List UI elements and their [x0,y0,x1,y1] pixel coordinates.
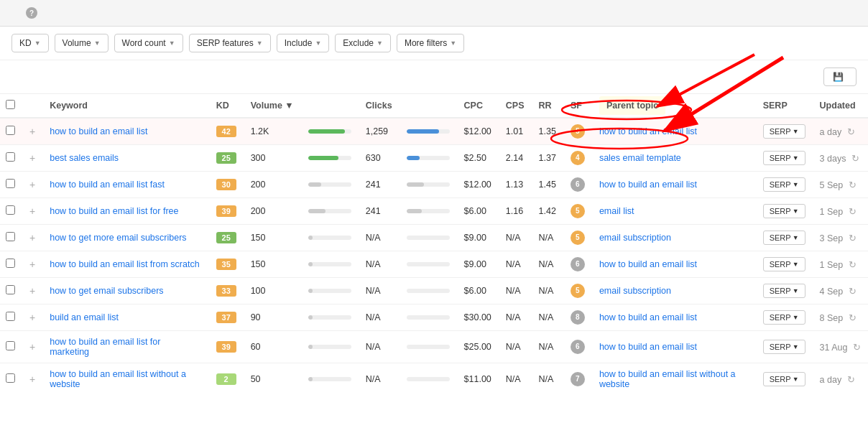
add-keyword-icon-3[interactable]: + [29,205,35,217]
refresh-icon-3[interactable]: ↻ [849,207,857,217]
filter-btn-volume[interactable]: Volume▼ [55,34,108,52]
parent-topic-link-7[interactable]: how to build an email list [599,312,697,322]
select-all-checkbox[interactable] [6,100,15,109]
serp-button-3[interactable]: SERP ▼ [763,204,805,218]
filter-btn-serp_features[interactable]: SERP features▼ [189,34,271,52]
refresh-icon-8[interactable]: ↻ [853,343,861,353]
refresh-icon-5[interactable]: ↻ [849,260,857,270]
th-serp[interactable]: SERP [756,94,813,118]
keyword-link-7[interactable]: build an email list [50,312,119,322]
add-keyword-icon-2[interactable]: + [29,179,35,190]
th-volume[interactable]: Volume ▼ [244,94,301,118]
filter-label-exclude: Exclude [343,38,374,48]
parent-topic-link-9[interactable]: how to build an email list without a web… [599,369,736,389]
th-cps[interactable]: CPS [499,94,532,118]
serp-button-0[interactable]: SERP ▼ [763,124,805,139]
row-cpc-bar-cell [400,225,457,251]
refresh-icon-7[interactable]: ↻ [849,313,857,323]
row-checkbox-1[interactable] [6,152,15,162]
serp-button-8[interactable]: SERP ▼ [763,340,805,354]
filter-btn-exclude[interactable]: Exclude▼ [335,34,391,52]
serp-button-4[interactable]: SERP ▼ [763,231,805,245]
row-checkbox-2[interactable] [6,179,15,188]
refresh-icon-0[interactable]: ↻ [847,127,855,137]
parent-topic-link-5[interactable]: how to build an email list [599,259,697,269]
row-clicks-bar-cell [301,251,359,278]
row-checkbox-0[interactable] [6,126,15,135]
serp-button-2[interactable]: SERP ▼ [763,177,805,192]
th-kd[interactable]: KD [209,94,244,118]
parent-topic-link-6[interactable]: email subscription [599,286,671,296]
refresh-icon-1[interactable]: ↻ [851,154,859,164]
keyword-link-1[interactable]: best sales emails [50,153,119,163]
serp-arrow-7: ▼ [793,314,799,321]
refresh-icon-2[interactable]: ↻ [849,180,857,190]
row-checkbox-3[interactable] [6,205,15,215]
parent-topic-link-1[interactable]: sales email template [599,153,681,163]
th-cpc[interactable]: CPC [457,94,499,118]
add-keyword-icon-0[interactable]: + [29,126,35,137]
keyword-link-9[interactable]: how to build an email list without a web… [50,369,186,389]
row-volume-cell: 200 [244,172,301,198]
table-row: + how to get email subscribers 33 100 N/… [0,278,868,304]
refresh-icon-4[interactable]: ↻ [849,233,857,243]
row-volume-cell: 100 [244,278,301,304]
refresh-icon-9[interactable]: ↻ [847,375,855,385]
filter-btn-more_filters[interactable]: More filters▼ [397,34,464,52]
add-keyword-icon-8[interactable]: + [29,341,35,353]
add-keyword-icon-4[interactable]: + [29,232,35,243]
row-cps-cell: 1.13 [499,172,532,198]
parent-topic-link-8[interactable]: how to build an email list [599,342,697,352]
row-checkbox-7[interactable] [6,312,15,321]
serp-button-9[interactable]: SERP ▼ [763,372,805,386]
th-rr[interactable]: RR [532,94,563,118]
serp-button-1[interactable]: SERP ▼ [763,151,805,165]
filter-arrow-more_filters: ▼ [450,39,456,47]
keyword-link-8[interactable]: how to build an email list for marketing [50,337,160,357]
parent-topic-link-0[interactable]: how to build an email list [599,126,697,136]
serp-button-5[interactable]: SERP ▼ [763,257,805,271]
th-sf[interactable]: SF [563,94,592,118]
row-parent-topic-cell: email subscription [592,225,756,251]
row-checkbox-6[interactable] [6,285,15,294]
row-updated-cell: 1 Sep ↻ [813,198,868,225]
filter-btn-word_count[interactable]: Word count▼ [114,34,183,52]
parent-topic-link-2[interactable]: how to build an email list [599,180,697,190]
keyword-link-0[interactable]: how to build an email list [50,126,147,136]
filter-btn-kd[interactable]: KD▼ [11,34,49,52]
row-checkbox-4[interactable] [6,232,15,241]
parent-topic-link-3[interactable]: email list [599,206,634,216]
th-updated[interactable]: Updated [813,94,868,118]
refresh-icon-6[interactable]: ↻ [849,287,857,297]
keyword-link-2[interactable]: how to build an email list fast [50,180,165,190]
row-plus-cell: + [22,304,42,331]
keyword-link-3[interactable]: how to build an email list for free [50,206,178,216]
row-rr-cell: N/A [532,363,563,396]
row-checkbox-9[interactable] [6,373,15,383]
row-sf-cell: 6 [563,251,592,278]
th-clicks[interactable]: Clicks [359,94,400,118]
help-link[interactable]: ? [26,7,40,19]
th-keyword[interactable]: Keyword [42,94,208,118]
parent-topic-link-4[interactable]: email subscription [599,233,671,243]
row-parent-topic-cell: email subscription [592,278,756,304]
filter-label-serp_features: SERP features [197,38,254,48]
serp-label-4: SERP [770,233,791,242]
add-keyword-icon-6[interactable]: + [29,285,35,297]
row-clicks-cell: 241 [359,172,400,198]
serp-button-7[interactable]: SERP ▼ [763,310,805,325]
export-button[interactable]: 💾 [823,68,857,86]
add-keyword-icon-9[interactable]: + [29,373,35,385]
add-keyword-icon-1[interactable]: + [29,152,35,164]
add-keyword-icon-7[interactable]: + [29,312,35,323]
row-checkbox-5[interactable] [6,259,15,268]
serp-button-6[interactable]: SERP ▼ [763,284,805,298]
serp-label-2: SERP [770,180,791,189]
add-keyword-icon-5[interactable]: + [29,259,35,270]
filter-btn-include[interactable]: Include▼ [277,34,330,52]
keyword-link-5[interactable]: how to build an email list from scratch [50,259,199,269]
row-checkbox-8[interactable] [6,341,15,350]
row-plus-cell: + [22,278,42,304]
keyword-link-4[interactable]: how to get more email subscribers [50,233,186,243]
keyword-link-6[interactable]: how to get email subscribers [50,286,163,296]
